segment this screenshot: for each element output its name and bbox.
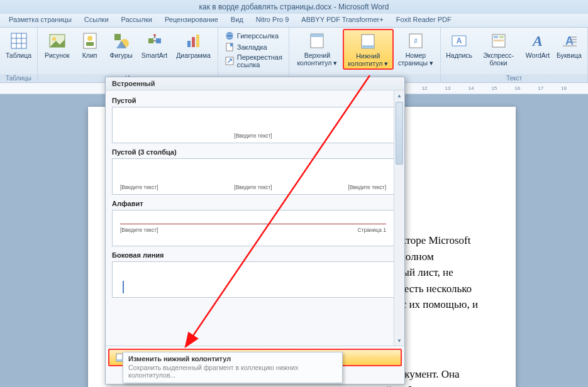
chart-label: Диаграмма xyxy=(176,52,211,60)
svg-rect-18 xyxy=(196,35,199,47)
svg-point-8 xyxy=(87,36,92,41)
scroll-down-icon[interactable]: ▼ xyxy=(394,335,404,346)
clip-button[interactable]: Клип xyxy=(74,29,106,62)
tab-nitro[interactable]: Nitro Pro 9 xyxy=(250,14,296,27)
smartart-button[interactable]: SmartArt xyxy=(137,29,172,62)
textbox-button[interactable]: A Надпись xyxy=(443,29,475,62)
svg-rect-14 xyxy=(156,38,161,43)
svg-rect-25 xyxy=(311,34,323,37)
svg-rect-16 xyxy=(187,41,191,47)
text-group-label: Текст xyxy=(441,74,587,82)
svg-text:A: A xyxy=(565,35,574,47)
bookmark-button[interactable]: Закладка xyxy=(223,41,284,53)
tooltip-description: Сохранить выделенный фрагмент в коллекци… xyxy=(128,364,337,379)
quickparts-label: Экспресс-блоки xyxy=(479,52,518,67)
shapes-label: Фигуры xyxy=(110,52,133,60)
gallery-body: Пустой [Введите текст] Пустой (3 столбца… xyxy=(106,90,404,346)
ribbon: Таблица Таблицы Рисунок Клип Фигуры Smar… xyxy=(0,28,588,83)
ruler-mark: 16 xyxy=(514,85,520,91)
gallery-item-alphabet[interactable]: [Введите текст] Страница 1 xyxy=(112,210,394,246)
gallery-item-sideline-label: Боковая линия xyxy=(112,251,398,259)
picture-button[interactable]: Рисунок xyxy=(40,29,74,62)
bookmark-label: Закладка xyxy=(237,43,267,51)
svg-rect-0 xyxy=(11,33,26,48)
dropcap-button[interactable]: A Буквица xyxy=(553,29,585,62)
gallery-item-empty[interactable]: [Введите текст] xyxy=(112,107,394,143)
svg-rect-27 xyxy=(362,45,374,48)
table-icon xyxy=(9,31,29,51)
table-button[interactable]: Таблица xyxy=(3,29,35,62)
placeholder-text: [Введите текст] xyxy=(348,184,386,190)
svg-rect-34 xyxy=(499,36,504,38)
header-label: Верхний колонтитул ▾ xyxy=(296,52,338,67)
quickparts-button[interactable]: Экспресс-блоки xyxy=(475,29,522,68)
page-number-label: Номер страницы ▾ xyxy=(398,52,433,67)
delete-icon xyxy=(112,370,122,380)
dropcap-label: Буквица xyxy=(557,52,582,60)
wordart-icon: A xyxy=(528,31,548,51)
picture-label: Рисунок xyxy=(45,52,70,60)
tab-page-layout[interactable]: Разметка страницы xyxy=(3,14,78,27)
placeholder-text: [Введите текст] xyxy=(234,184,272,190)
quickparts-icon xyxy=(489,31,509,51)
placeholder-text: [Введите текст] xyxy=(234,133,272,139)
gallery-scrollbar[interactable]: ▲ ▼ xyxy=(394,90,404,346)
svg-rect-35 xyxy=(494,40,504,41)
svg-text:A: A xyxy=(531,33,543,49)
picture-icon xyxy=(47,31,67,51)
crossref-button[interactable]: Перекрестная ссылка xyxy=(223,53,284,69)
hyperlink-label: Гиперссылка xyxy=(237,32,279,40)
tab-mailings[interactable]: Рассылки xyxy=(115,14,158,27)
crossref-label: Перекрестная ссылка xyxy=(237,53,282,68)
bookmark-icon xyxy=(225,42,235,52)
ruler-mark: 18 xyxy=(561,85,567,91)
footer-button[interactable]: Нижний колонтитул ▾ xyxy=(343,29,394,70)
textbox-label: Надпись xyxy=(446,52,472,60)
svg-text:A: A xyxy=(457,36,462,45)
footer-label: Нижний колонтитул ▾ xyxy=(348,53,389,67)
clip-label: Клип xyxy=(82,52,97,60)
wordart-button[interactable]: A WordArt xyxy=(522,29,553,62)
ruler-mark: 14 xyxy=(468,85,474,91)
ruler-mark: 15 xyxy=(491,85,497,91)
placeholder-text: [Введите текст] xyxy=(120,227,158,233)
scroll-thumb[interactable] xyxy=(396,102,403,165)
tooltip: Изменить нижний колонтитул Сохранить выд… xyxy=(123,352,343,383)
ruler-mark: 17 xyxy=(538,85,543,91)
tab-view[interactable]: Вид xyxy=(225,14,250,27)
ribbon-tabs: Разметка страницы Ссылки Рассылки Реценз… xyxy=(0,14,588,28)
svg-rect-33 xyxy=(494,36,498,38)
svg-rect-10 xyxy=(114,34,121,40)
textbox-icon: A xyxy=(449,31,469,51)
shapes-icon xyxy=(111,31,131,51)
tab-abbyy[interactable]: ABBYY PDF Transformer+ xyxy=(295,14,389,27)
gallery-item-empty-label: Пустой xyxy=(112,97,398,104)
svg-point-15 xyxy=(153,34,156,36)
header-icon xyxy=(307,31,327,51)
side-bar xyxy=(123,281,124,293)
smartart-label: SmartArt xyxy=(141,52,167,60)
dropcap-icon: A xyxy=(559,31,579,51)
shapes-button[interactable]: Фигуры xyxy=(106,29,137,62)
tab-links[interactable]: Ссылки xyxy=(78,14,115,27)
tab-review[interactable]: Рецензирование xyxy=(158,14,225,27)
gallery-item-empty3[interactable]: [Введите текст] [Введите текст] [Введите… xyxy=(112,158,394,195)
svg-point-6 xyxy=(52,37,56,41)
ruler-mark: 12 xyxy=(422,85,428,91)
gallery-item-sideline[interactable] xyxy=(112,261,394,298)
footer-icon xyxy=(358,31,378,52)
svg-point-19 xyxy=(226,32,233,40)
svg-rect-9 xyxy=(86,42,94,46)
svg-rect-17 xyxy=(192,37,195,47)
wordart-label: WordArt xyxy=(526,52,550,60)
tab-foxit[interactable]: Foxit Reader PDF xyxy=(390,14,458,27)
svg-text:#: # xyxy=(414,38,418,45)
table-label: Таблица xyxy=(6,52,31,60)
hyperlink-button[interactable]: Гиперссылка xyxy=(223,30,284,41)
page-number-button[interactable]: # Номер страницы ▾ xyxy=(394,29,438,68)
chart-button[interactable]: Диаграмма xyxy=(172,29,215,62)
tooltip-title: Изменить нижний колонтитул xyxy=(128,355,337,362)
scroll-up-icon[interactable]: ▲ xyxy=(394,90,404,101)
tables-group-label: Таблицы xyxy=(0,74,37,82)
header-button[interactable]: Верхний колонтитул ▾ xyxy=(292,29,343,68)
